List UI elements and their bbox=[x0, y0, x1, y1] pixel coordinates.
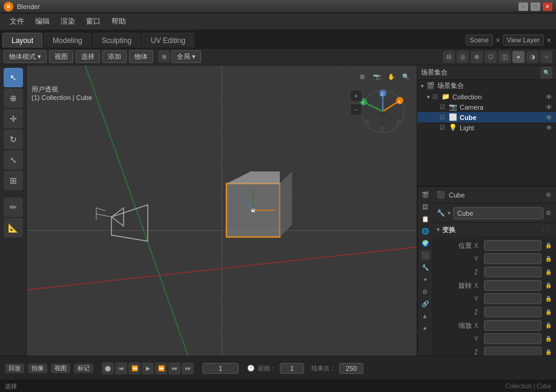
scale-x-lock[interactable]: 🔒 bbox=[544, 321, 552, 330]
position-z-lock[interactable]: 🔒 bbox=[544, 268, 552, 276]
mode-selector[interactable]: 物体模式 ▾ bbox=[4, 50, 47, 63]
outliner-item-scene-collection[interactable]: ▾ 🎬 场景集合 bbox=[417, 80, 556, 91]
playback-btn[interactable]: 回放 bbox=[5, 364, 24, 373]
move-tool[interactable]: ✛ bbox=[4, 109, 23, 128]
scale-tool[interactable]: ⤡ bbox=[4, 150, 23, 170]
prop-mesh-selector[interactable]: ▾ bbox=[448, 210, 451, 216]
prop-options-btn[interactable]: ⚙ bbox=[546, 210, 551, 216]
play-icon[interactable]: ▶ bbox=[142, 362, 154, 374]
position-x-field[interactable] bbox=[484, 240, 541, 251]
measure-tool[interactable]: 📐 bbox=[4, 218, 23, 238]
outliner-item-camera[interactable]: ▾ ☑ 📷 Camera 👁 bbox=[417, 102, 556, 112]
snapshot-btn[interactable]: 拍像 bbox=[28, 364, 47, 373]
menu-render[interactable]: 渲染 bbox=[56, 15, 80, 28]
prev-key-icon[interactable]: ⏪ bbox=[128, 362, 141, 374]
transform-tool[interactable]: ⊞ bbox=[4, 171, 23, 190]
position-y-field[interactable] bbox=[484, 253, 541, 264]
tab-modeling[interactable]: Modeling bbox=[44, 33, 91, 48]
rotation-x-field[interactable] bbox=[484, 280, 541, 291]
marker-btn[interactable]: 标记 bbox=[74, 364, 93, 373]
transform-section-header[interactable]: ▾ 变换 ⋮⋮ bbox=[432, 223, 556, 236]
rotation-y-field[interactable] bbox=[484, 293, 541, 304]
outliner-item-cube[interactable]: ▾ ☑ ⬜ Cube 👁 bbox=[417, 112, 556, 122]
prop-options-icon[interactable]: ⚙ bbox=[546, 191, 551, 198]
prop-modifiers-icon[interactable]: 🔧 bbox=[420, 262, 431, 273]
select-tool[interactable]: ↖ bbox=[4, 68, 23, 87]
menu-help[interactable]: 帮助 bbox=[107, 15, 131, 28]
zoom-in-icon[interactable]: + bbox=[350, 90, 362, 102]
step-forward-icon[interactable]: ⏭ bbox=[168, 362, 180, 374]
global-transform-icon[interactable]: ⊕ bbox=[158, 50, 170, 62]
menu-edit[interactable]: 编辑 bbox=[30, 15, 55, 28]
maximize-button[interactable]: □ bbox=[531, 2, 540, 11]
xray-icon[interactable]: ◫ bbox=[498, 51, 511, 63]
prop-data-icon[interactable]: ▲ bbox=[420, 310, 431, 321]
prop-output-icon[interactable]: 🖼 bbox=[420, 201, 431, 212]
proportional-icon[interactable]: ◎ bbox=[457, 51, 469, 63]
prop-material-icon[interactable]: ● bbox=[420, 322, 431, 333]
position-x-lock[interactable]: 🔒 bbox=[544, 241, 552, 250]
menu-window[interactable]: 窗口 bbox=[81, 15, 105, 28]
overlay-icon[interactable]: ⬡ bbox=[485, 51, 497, 63]
next-key-icon[interactable]: ⏩ bbox=[155, 362, 167, 374]
play-reverse-icon[interactable]: ⬤ bbox=[102, 362, 114, 374]
current-frame-field[interactable]: 1 bbox=[202, 363, 239, 374]
rotation-x-lock[interactable]: 🔒 bbox=[544, 281, 552, 290]
view-layer-label[interactable]: View Layer bbox=[503, 35, 544, 45]
prop-constraints-icon[interactable]: 🔗 bbox=[420, 298, 431, 309]
prop-particles-icon[interactable]: ✦ bbox=[420, 274, 431, 285]
prop-object-icon[interactable]: ⬛ bbox=[420, 250, 431, 261]
frame-start-field[interactable]: 1 bbox=[280, 363, 304, 374]
snap-icon[interactable]: ⊟ bbox=[443, 51, 455, 63]
select-menu[interactable]: 选择 bbox=[76, 50, 100, 63]
camera-visibility-icon[interactable]: 👁 bbox=[546, 104, 552, 111]
outliner-item-collection[interactable]: ▾ ☑ 📁 Collection 👁 bbox=[417, 91, 556, 102]
rotate-tool[interactable]: ↻ bbox=[4, 130, 23, 149]
zoom-out-icon[interactable]: − bbox=[350, 104, 362, 116]
prop-render-icon[interactable]: 🎬 bbox=[420, 189, 431, 200]
add-menu[interactable]: 添加 bbox=[102, 50, 127, 63]
minimize-button[interactable]: − bbox=[518, 2, 528, 11]
prop-world-icon[interactable]: 🌍 bbox=[420, 238, 431, 248]
prop-physics-icon[interactable]: ⚙ bbox=[420, 286, 431, 297]
prop-scene-icon[interactable]: 🌐 bbox=[420, 225, 431, 236]
prop-view-layer-icon[interactable]: 📋 bbox=[420, 213, 431, 224]
tab-uv-editing[interactable]: UV Editing bbox=[142, 33, 194, 48]
cube-visibility-icon[interactable]: 👁 bbox=[546, 114, 552, 121]
tab-layout[interactable]: Layout bbox=[2, 33, 42, 48]
scale-x-field[interactable] bbox=[484, 320, 541, 331]
position-z-field[interactable] bbox=[484, 267, 541, 277]
scale-y-field[interactable] bbox=[484, 333, 541, 344]
shading-rendered[interactable]: ○ bbox=[540, 51, 552, 63]
outliner-filter-icon[interactable]: 🔍 bbox=[540, 67, 552, 79]
viewport[interactable]: 用户透视 (1) Collection | Cube ⊞ 📷 ✋ 🔍 Z X bbox=[27, 65, 417, 392]
hand-icon[interactable]: ✋ bbox=[385, 70, 397, 82]
object-menu[interactable]: 物体 bbox=[129, 50, 153, 63]
end-icon[interactable]: ⏭ bbox=[182, 362, 194, 374]
position-y-lock[interactable]: 🔒 bbox=[544, 254, 552, 263]
tab-sculpting[interactable]: Sculpting bbox=[93, 33, 141, 48]
scene-label[interactable]: Scene bbox=[466, 35, 493, 45]
prop-data-name-input[interactable] bbox=[453, 207, 543, 219]
rotation-z-lock[interactable]: 🔒 bbox=[544, 308, 552, 316]
rotation-y-lock[interactable]: 🔒 bbox=[544, 294, 552, 303]
shading-material[interactable]: ◑ bbox=[526, 51, 538, 63]
rotation-z-field[interactable] bbox=[484, 307, 541, 317]
frame-end-field[interactable]: 250 bbox=[339, 363, 363, 374]
transform-icon[interactable]: ⊕ bbox=[471, 51, 483, 63]
zoom-icon[interactable]: 🔍 bbox=[400, 70, 412, 82]
global-selector[interactable]: 全局 ▾ bbox=[171, 50, 201, 63]
scale-z-lock[interactable]: 🔒 bbox=[544, 348, 552, 356]
light-visibility-icon[interactable]: 👁 bbox=[546, 124, 552, 131]
close-button[interactable]: ✕ bbox=[543, 2, 552, 11]
collection-visibility-icon[interactable]: 👁 bbox=[546, 93, 552, 101]
cursor-tool[interactable]: ⊕ bbox=[4, 88, 23, 108]
view-menu[interactable]: 视图 bbox=[49, 50, 73, 63]
gizmo-overlay[interactable]: Z X Y bbox=[359, 87, 407, 136]
outliner-item-light[interactable]: ▾ ☑ 💡 Light 👁 bbox=[417, 122, 556, 133]
shading-solid[interactable]: ● bbox=[512, 51, 525, 63]
menu-file[interactable]: 文件 bbox=[5, 15, 29, 28]
annotate-tool[interactable]: ✏ bbox=[4, 198, 23, 217]
step-back-icon[interactable]: ⏮ bbox=[115, 362, 127, 374]
toggle-grid-icon[interactable]: ⊞ bbox=[356, 70, 368, 82]
